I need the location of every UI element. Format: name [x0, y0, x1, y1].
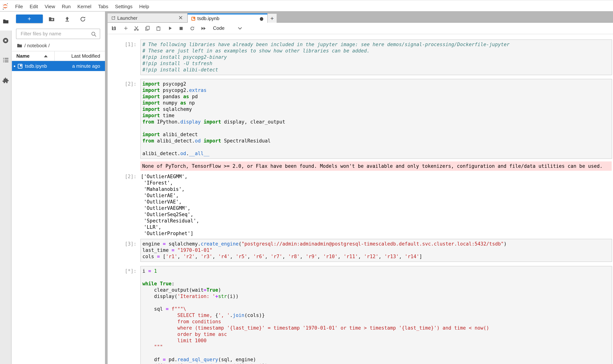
- code-token: 'r12': [364, 254, 379, 260]
- unsaved-changes-dot[interactable]: [260, 17, 263, 21]
- menu-item-settings[interactable]: Settings: [112, 1, 136, 12]
- file-list-header: Name Last Modified: [12, 51, 105, 61]
- code-token: join: [233, 312, 245, 318]
- code-token: 'r14': [405, 254, 419, 260]
- code-token: ,: [230, 254, 236, 260]
- code-token: ): [218, 287, 221, 293]
- code-token: ): [504, 241, 507, 247]
- code-token: ,: [379, 254, 384, 260]
- tab-launcher[interactable]: Launcher ✕: [108, 13, 188, 22]
- code-token: "1970-01-01": [177, 247, 212, 253]
- table-of-contents-icon[interactable]: [0, 57, 11, 63]
- code-token: display, clear_output: [221, 119, 285, 125]
- sidebar-resize-handle[interactable]: [105, 12, 108, 364]
- cell-editor[interactable]: # The following libraries have already b…: [140, 39, 612, 75]
- search-icon: [91, 31, 97, 37]
- restart-icon: [190, 26, 195, 31]
- code-token: pandas: [160, 94, 183, 99]
- code-token: import: [142, 113, 160, 118]
- menu-item-file[interactable]: File: [12, 1, 26, 12]
- code-token: #!pip install alibi-detect: [142, 67, 218, 72]
- interrupt-kernel-button[interactable]: [177, 23, 186, 34]
- code-token: 'r3': [201, 254, 212, 260]
- tab-close-icon[interactable]: ✕: [178, 13, 183, 22]
- code-token: (: [239, 241, 242, 247]
- notebook-cells: [1]:# The following libraries have alrea…: [108, 34, 613, 364]
- tab-tsdb-notebook[interactable]: tsdb.ipynb: [188, 13, 267, 23]
- tab-launcher-label: Launcher: [117, 13, 137, 23]
- cell-editor[interactable]: engine = sqlalchemy.create_engine("postg…: [140, 239, 612, 262]
- input-prompt: [1]:: [108, 39, 136, 47]
- code-token: 'r5': [236, 254, 247, 260]
- refresh-button[interactable]: [80, 16, 86, 22]
- code-token: alibi_detect: [160, 132, 198, 137]
- restart-and-run-all-button[interactable]: [199, 23, 208, 34]
- chevron-down-icon[interactable]: [238, 27, 242, 30]
- folder-icon: [16, 43, 22, 48]
- file-last-modified: a minute ago: [72, 61, 100, 71]
- column-header-name[interactable]: Name: [16, 51, 30, 61]
- filter-box: [16, 28, 100, 39]
- code-cell: [1]:# The following libraries have alrea…: [108, 39, 613, 75]
- code-token: pd.: [189, 363, 201, 364]
- stderr-message: None of PyTorch, TensorFlow >= 2.0, or F…: [140, 161, 612, 171]
- code-token: ,: [265, 254, 271, 260]
- code-cell: [3]:engine = sqlalchemy.create_engine("p…: [108, 239, 613, 262]
- code-token: SELECT time,: [142, 312, 215, 318]
- copy-cells-button[interactable]: [143, 23, 152, 34]
- save-button[interactable]: [109, 23, 118, 34]
- code-token: +: [215, 294, 218, 299]
- file-browser-icon[interactable]: [0, 18, 11, 24]
- add-tab-button[interactable]: +: [268, 13, 277, 23]
- file-name: tsdb.ipynb: [25, 61, 47, 71]
- notebook-icon: [191, 16, 196, 21]
- cell-type-dropdown[interactable]: Code: [213, 23, 224, 34]
- code-token: # The following libraries have already b…: [142, 41, 509, 47]
- code-token: import: [142, 106, 160, 112]
- menu-item-help[interactable]: Help: [136, 1, 153, 12]
- cut-cells-button[interactable]: [132, 23, 141, 34]
- cell-editor[interactable]: import psycopg2 import psycopg2.extras i…: [140, 79, 612, 159]
- column-header-last-modified[interactable]: Last Modified: [71, 51, 100, 61]
- running-sessions-icon[interactable]: [0, 37, 11, 44]
- code-token: where (timestamp '{last_time}' = timesta…: [142, 325, 489, 331]
- code-token: IPython.: [154, 119, 180, 125]
- upload-button[interactable]: [64, 16, 70, 22]
- code-token: clear_output(wait: [142, 287, 204, 293]
- breadcrumb[interactable]: / notebook /: [16, 42, 50, 49]
- extensions-icon[interactable]: [0, 77, 11, 84]
- app-body: + / notebook / Name: [0, 12, 613, 364]
- jupyter-logo-icon: [2, 3, 8, 10]
- code-token: ,: [247, 254, 253, 260]
- stderr-text: None of PyTorch, TensorFlow >= 2.0, or F…: [142, 163, 610, 169]
- code-token: 'r4': [218, 254, 230, 260]
- menu-item-view[interactable]: View: [41, 1, 58, 12]
- code-token: ,: [338, 254, 343, 260]
- main-dock-panel: Launcher ✕ tsdb.ipynb +: [108, 12, 613, 364]
- menu-item-run[interactable]: Run: [58, 1, 74, 12]
- new-launcher-button[interactable]: +: [16, 14, 43, 23]
- insert-cell-button[interactable]: [121, 23, 130, 34]
- filter-files-input[interactable]: [20, 29, 89, 38]
- menu-item-edit[interactable]: Edit: [26, 1, 41, 12]
- sort-ascending-icon: [44, 55, 48, 57]
- code-token: {: [215, 312, 218, 318]
- restart-kernel-button[interactable]: [188, 23, 197, 34]
- menu-item-tabs[interactable]: Tabs: [95, 1, 112, 12]
- code-token: f"""\: [172, 306, 186, 312]
- file-row-tsdb.ipynb[interactable]: tsdb.ipynba minute ago: [12, 61, 105, 71]
- code-token: SpectralResidual: [221, 138, 271, 143]
- code-token: numpy: [160, 100, 180, 106]
- code-token: create_engine: [201, 241, 239, 247]
- menu-item-kernel[interactable]: Kernel: [74, 1, 95, 12]
- paste-cells-button[interactable]: [154, 23, 163, 34]
- run-icon-button[interactable]: [166, 23, 175, 34]
- code-token: ,: [177, 254, 183, 260]
- refresh-icon: [80, 16, 86, 22]
- code-token: df[: [142, 363, 163, 364]
- execute-result-output: [2]:['OutlierAEGMM', 'IForest', 'Mahalan…: [108, 173, 613, 236]
- new-folder-button[interactable]: [48, 16, 55, 22]
- cell-editor[interactable]: i = 1 while True: clear_output(wait=True…: [140, 266, 612, 364]
- code-token: [169, 306, 172, 312]
- code-token: .: [230, 312, 233, 318]
